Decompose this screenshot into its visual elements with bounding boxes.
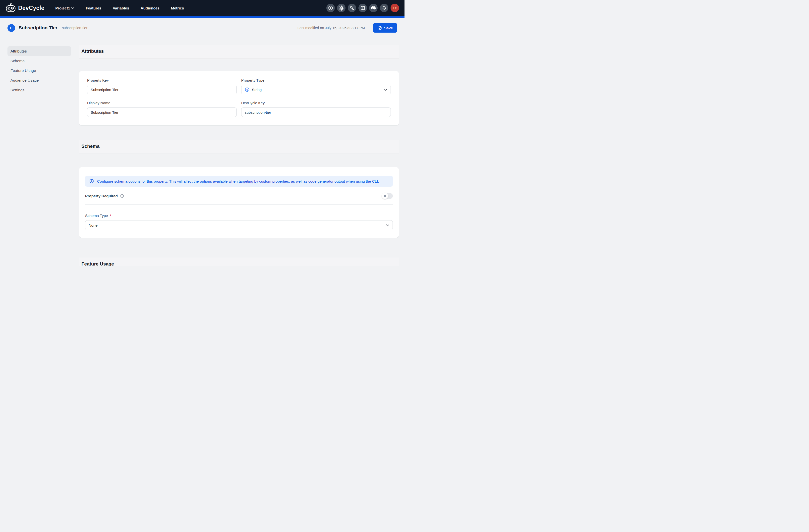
back-button[interactable] (7, 24, 15, 32)
plus-circle-icon (328, 5, 333, 11)
bell-icon (382, 5, 387, 11)
property-key-field-group: Property Key (87, 78, 237, 94)
devcycle-robot-icon (5, 3, 16, 13)
accent-strip (0, 16, 404, 18)
info-icon (89, 179, 94, 184)
project-switcher-label: Project1 (55, 6, 70, 10)
arrow-left-icon (9, 26, 14, 30)
main-panel: Attributes Property Key Property Type S … (79, 45, 399, 266)
divider (85, 204, 393, 205)
page-header: Subscription Tier subscription-tier Last… (0, 18, 404, 38)
chevron-down-icon (71, 7, 74, 9)
book-icon (360, 5, 365, 11)
discord-button[interactable] (369, 4, 378, 12)
section-sidebar: Attributes Schema Feature Usage Audience… (7, 46, 71, 95)
settings-button[interactable] (337, 4, 345, 12)
schema-type-select[interactable]: None (85, 220, 393, 230)
property-required-row: Property Required (85, 193, 393, 199)
property-type-label: Property Type (241, 78, 391, 82)
content: Attributes Schema Feature Usage Audience… (0, 38, 404, 266)
display-name-label: Display Name (87, 101, 237, 105)
devcycle-key-field-group: DevCycle Key (241, 101, 391, 117)
sidebar-item-schema[interactable]: Schema (7, 56, 71, 66)
feature-usage-heading: Feature Usage (81, 261, 397, 266)
schema-heading: Schema (81, 144, 397, 149)
svg-text:S: S (246, 88, 248, 91)
sidebar-item-attributes[interactable]: Attributes (7, 46, 71, 56)
property-type-select[interactable]: S String (241, 85, 391, 94)
schema-card: Configure schema options for this proper… (79, 167, 399, 237)
devcycle-key-input[interactable] (241, 107, 391, 117)
schema-info-text: Configure schema options for this proper… (97, 179, 379, 183)
display-name-input[interactable] (87, 107, 237, 117)
nav-item-variables[interactable]: Variables (113, 6, 129, 10)
schema-info-banner: Configure schema options for this proper… (85, 176, 393, 187)
header-right: Last modified on July 16, 2025 at 3:17 P… (297, 23, 397, 33)
nav-item-audiences[interactable]: Audiences (141, 6, 159, 10)
feature-usage-section-header: Feature Usage (79, 258, 399, 266)
attributes-card: Property Key Property Type S String (79, 71, 399, 125)
chevron-down-icon (386, 224, 389, 227)
schema-type-label-text: Schema Type (85, 213, 108, 218)
info-icon (120, 194, 124, 198)
top-navigation-bar: DevCycle Project1 Features Variables Aud… (0, 0, 404, 16)
chevron-down-icon (384, 89, 387, 91)
user-avatar[interactable]: LE (391, 4, 399, 12)
property-required-label-text: Property Required (85, 194, 118, 198)
attributes-heading: Attributes (81, 49, 397, 54)
schema-type-label: Schema Type * (85, 213, 393, 218)
save-button[interactable]: Save (373, 23, 397, 33)
property-type-field-group: Property Type S String (241, 78, 391, 94)
primary-nav: Project1 Features Variables Audiences Me… (55, 6, 184, 10)
x-icon (384, 195, 386, 197)
api-keys-button[interactable] (348, 4, 356, 12)
docs-button[interactable] (359, 4, 367, 12)
check-circle-icon (377, 25, 382, 30)
schema-type-value: None (89, 223, 98, 227)
attributes-section-header: Attributes (79, 45, 399, 59)
page-title: Subscription Tier (19, 25, 57, 31)
toggle-knob (382, 193, 388, 199)
create-button[interactable] (326, 4, 335, 12)
devcycle-logo[interactable]: DevCycle (5, 3, 44, 13)
property-required-toggle[interactable] (382, 193, 393, 199)
property-type-value: String (252, 88, 262, 92)
notifications-button[interactable] (380, 4, 388, 12)
nav-item-features[interactable]: Features (86, 6, 101, 10)
schema-section-header: Schema (79, 140, 399, 154)
page-key: subscription-tier (62, 26, 87, 30)
sidebar-item-feature-usage[interactable]: Feature Usage (7, 66, 71, 75)
devcycle-key-label: DevCycle Key (241, 101, 391, 105)
gear-icon (339, 5, 344, 11)
discord-icon (371, 5, 376, 11)
last-modified-text: Last modified on July 16, 2025 at 3:17 P… (297, 26, 365, 30)
display-name-field-group: Display Name (87, 101, 237, 117)
property-key-input[interactable] (87, 85, 237, 94)
brand-name: DevCycle (18, 5, 44, 12)
string-type-icon: S (245, 87, 250, 92)
property-required-label: Property Required (85, 194, 124, 198)
required-asterisk: * (110, 213, 111, 218)
project-switcher[interactable]: Project1 (55, 6, 74, 10)
key-icon (349, 5, 355, 11)
sidebar-item-audience-usage[interactable]: Audience Usage (7, 75, 71, 85)
sidebar-item-settings[interactable]: Settings (7, 85, 71, 95)
top-actions: LE (326, 4, 399, 12)
property-key-label: Property Key (87, 78, 237, 82)
nav-item-metrics[interactable]: Metrics (171, 6, 184, 10)
save-button-label: Save (384, 26, 393, 30)
